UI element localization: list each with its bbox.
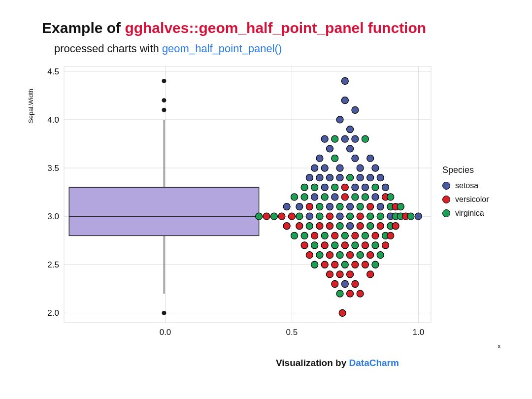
data-point (347, 223, 354, 230)
data-point (357, 290, 364, 297)
data-point (357, 213, 364, 220)
chart-body: 2.02.53.03.54.04.50.00.51.0 (42, 64, 510, 355)
y-tick-label: 2.0 (47, 308, 59, 318)
data-point (321, 184, 328, 191)
data-point (311, 242, 318, 249)
data-point (336, 271, 343, 278)
data-point (316, 252, 323, 259)
data-point (316, 223, 323, 230)
data-point (377, 252, 384, 259)
data-point (306, 174, 313, 181)
data-point (291, 194, 298, 200)
x-tick-label: 1.0 (412, 328, 424, 337)
data-point (341, 261, 348, 268)
data-point (321, 165, 328, 171)
data-point (301, 184, 308, 191)
y-tick-label: 2.5 (47, 260, 59, 269)
data-point (357, 174, 364, 181)
data-point (352, 242, 359, 249)
data-point (326, 271, 333, 278)
data-point (341, 184, 348, 191)
chart-caption: Visualization by DataCharm (276, 358, 399, 368)
data-point (296, 213, 303, 220)
data-point (352, 232, 359, 239)
box-iqr (69, 187, 259, 235)
data-point (332, 242, 338, 249)
data-point (367, 223, 374, 230)
data-point (306, 203, 313, 210)
data-point (372, 261, 379, 268)
data-point (321, 261, 328, 268)
data-point (296, 203, 303, 210)
data-point (347, 271, 354, 278)
y-tick-label: 4.0 (47, 115, 59, 125)
data-point (367, 213, 374, 220)
data-point (341, 77, 348, 84)
data-point (316, 213, 323, 220)
data-point (397, 203, 404, 210)
data-point (326, 145, 333, 152)
data-point (306, 252, 313, 259)
data-point (352, 261, 359, 268)
box-outlier (162, 311, 166, 315)
data-point (326, 252, 333, 259)
data-point (283, 203, 290, 210)
subtitle-prefix: processed charts with (54, 42, 162, 55)
data-point (301, 194, 308, 200)
data-point (256, 213, 263, 220)
data-point (336, 165, 343, 171)
data-point (288, 213, 295, 220)
data-point (347, 290, 354, 297)
data-point (372, 165, 379, 171)
data-point (326, 213, 333, 220)
data-point (387, 232, 394, 239)
data-point (270, 213, 277, 220)
data-point (352, 184, 359, 191)
data-point (362, 261, 368, 268)
data-point (301, 242, 308, 249)
data-point (341, 135, 348, 142)
data-point (311, 184, 318, 191)
y-axis-label: Sepal.Width (27, 89, 34, 123)
data-point (336, 290, 343, 297)
data-point (336, 174, 343, 181)
data-point (326, 174, 333, 181)
data-point (283, 223, 290, 230)
data-point (326, 203, 333, 210)
data-point (336, 213, 343, 220)
data-point (377, 174, 384, 181)
data-point (387, 194, 394, 200)
data-point (362, 184, 368, 191)
data-point (367, 203, 374, 210)
data-point (301, 232, 308, 239)
data-point (347, 126, 354, 133)
data-point (372, 232, 379, 239)
data-point (336, 116, 343, 123)
box-outlier (162, 79, 166, 83)
data-point (332, 155, 338, 162)
data-point (362, 135, 368, 142)
data-point (341, 194, 348, 200)
data-point (311, 165, 318, 171)
data-point (321, 242, 328, 249)
data-point (357, 165, 364, 171)
data-point (306, 213, 313, 220)
data-point (372, 194, 379, 200)
box-outlier (162, 98, 166, 102)
data-point (362, 242, 368, 249)
data-point (332, 281, 338, 288)
data-point (377, 213, 384, 220)
data-point (278, 213, 285, 220)
title-highlight: gghalves::geom_half_point_panel function (125, 20, 426, 36)
data-point (415, 213, 422, 220)
data-point (372, 184, 379, 191)
data-point (336, 223, 343, 230)
data-point (362, 232, 368, 239)
data-point (347, 252, 354, 259)
y-tick-label: 3.5 (47, 164, 59, 173)
data-point (263, 213, 270, 220)
data-point (407, 213, 414, 220)
data-point (332, 261, 338, 268)
data-point (311, 232, 318, 239)
data-point (316, 174, 323, 181)
